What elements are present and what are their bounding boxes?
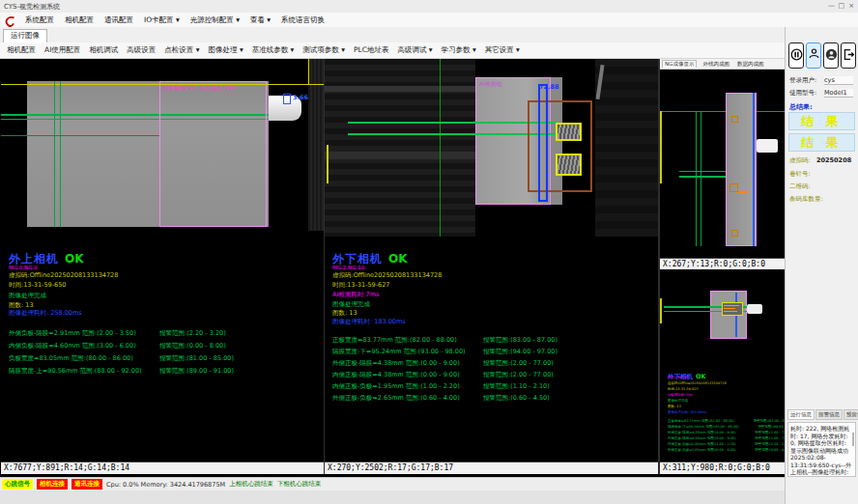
qr-label: 二维码:	[789, 182, 811, 191]
barcode-line: 虚拟码:Offline20250208133134728	[9, 271, 118, 280]
machinery-band	[325, 86, 475, 92]
elapsed-line: 图像处理耗时: 183.00ms	[332, 318, 406, 326]
measure-row: 隔膜宽度-下=95.24mm 范围:(93.00 - 98.00)报警范围:(9…	[332, 348, 642, 356]
middle-camera-view: AI检测框 72.88 外下相机OK MG:2,NG:10 虚拟码:Offlin…	[325, 59, 658, 462]
tool-baseline-params[interactable]: 基准线参数 ▾	[252, 45, 295, 55]
middle-camera-image[interactable]: AI检测框 72.88	[325, 59, 658, 237]
menu-system-config[interactable]: 系统配置	[25, 15, 54, 25]
minimize-icon[interactable]: —	[828, 2, 835, 10]
green-measure-line	[696, 111, 697, 246]
ng-view-tabs: NG成像显示 外线内成图 数据内成图	[660, 59, 785, 70]
log-scrollbar[interactable]	[852, 433, 854, 446]
measure-row: 外侧正极-负极=2.65mm 范围:(0.60 - 4.00)报警范围:(0.6…	[668, 448, 785, 453]
menu-comm-config[interactable]: 通讯配置	[104, 15, 133, 25]
measure-alarm: 报警范围:(1.10 - 2.10)	[483, 382, 550, 391]
time-line: 时间:13-31-59-650	[9, 281, 66, 290]
left-camera-image[interactable]: 轮廓阈值:93, 动态阈值:100 3.66	[1, 59, 324, 231]
ng-camera-image[interactable]	[660, 70, 785, 258]
heartbeat-status-badge: 心跳信号	[2, 479, 33, 490]
yellow-guide-line	[308, 59, 309, 84]
measure-main: 正极宽度=83.77mm 范围:(82.00 - 88.00)	[332, 336, 457, 344]
measure-alarm: 报警范围:(83.00 - 87.00)	[483, 336, 558, 345]
tool-advanced-settings[interactable]: 高级设置	[127, 45, 156, 55]
green-measure-line	[679, 176, 726, 178]
left-camera-view: 轮廓阈值:93, 动态阈值:100 3.66 外上相机OK MG:0,NG:0 …	[1, 59, 324, 462]
close-icon[interactable]: ×	[848, 2, 854, 10]
menu-io-config[interactable]: IO卡配置 ▾	[144, 15, 180, 25]
measure-row: 正极宽度=83.77mm 范围:(82.00 - 88.00)报警范围:(83.…	[332, 336, 642, 345]
measure-alarm: 报警范围:(0.60 - 4.50)	[483, 394, 550, 403]
measure-row: 外侧负极-隔膜=2.91mm 范围:(2.00 - 3.50)报警范围:(2.2…	[9, 329, 318, 338]
tool-ai-config[interactable]: AI使用配置	[44, 45, 80, 55]
tool-advanced-debug[interactable]: 高级调试 ▾	[397, 45, 432, 55]
measure-row: 内侧正极-负极=1.95mm 范围:(1.00 - 2.20)报警范围:(1.1…	[332, 382, 642, 391]
measure-main: 外侧负极-隔膜=2.91mm 范围:(2.00 - 3.50)	[9, 329, 136, 337]
tab-alarm-info[interactable]: 报警信息	[815, 409, 843, 420]
time-line: 时间:13-31-59-627	[668, 387, 699, 392]
menu-language-switch[interactable]: 系统语言切换	[281, 15, 325, 25]
cpu-memory-readout: Cpu: 0.0% Memory: 3424.41796875M	[106, 481, 225, 489]
tool-test-params[interactable]: 测试项参数 ▾	[302, 45, 345, 55]
green-measure-line	[660, 111, 785, 112]
menu-light-config[interactable]: 光源控制配置 ▾	[190, 15, 240, 25]
operator-button[interactable]	[823, 42, 839, 69]
barcode-line: 虚拟码:Offline20250208133134728	[668, 381, 727, 386]
measure-main: 正极宽度=83.77mm 范围:(82.00 - 88.00)	[668, 419, 734, 423]
model-label: 使用型号:	[789, 89, 816, 98]
roi-label: 轮廓阈值:93, 动态阈值:100	[160, 82, 266, 93]
measure-alarm: 报警范围:(81.00 - 85.00)	[159, 354, 234, 363]
green-measure-line	[1, 135, 159, 136]
exit-button[interactable]	[841, 42, 856, 69]
menu-view[interactable]: 查看 ▾	[250, 15, 271, 25]
detection-box-yellow	[556, 154, 582, 176]
total-result-label: 总结果:	[789, 102, 813, 112]
pause-button[interactable]	[788, 42, 804, 69]
camera-link-status-badge: 相机连接	[37, 479, 68, 490]
status-line: 图像处理完成	[9, 292, 46, 300]
login-user-value[interactable]: cys	[824, 76, 853, 85]
status-bar: 心跳信号 相机连接 通讯连接 Cpu: 0.0% Memory: 3424.41…	[0, 477, 785, 490]
result-subline: MG:2,NG:10	[668, 375, 688, 378]
mini-pixel-coords: X:311;Y:980;R:0;G:0;B:0	[660, 462, 785, 474]
orange-annotation	[724, 305, 739, 306]
measure-marker-box	[283, 94, 291, 104]
measure-main: 隔膜宽度-下=95.24mm 范围:(93.00 - 98.00)	[332, 348, 466, 355]
green-measure-line	[348, 122, 557, 124]
maximize-icon[interactable]: □	[838, 2, 844, 10]
barcode-lib-label: 条码库数量:	[789, 195, 823, 204]
detection-box-yellow	[556, 123, 582, 141]
tool-learning-params[interactable]: 学习参数 ▾	[442, 45, 476, 55]
measure-alarm: 报警范围:(2.00 - 77.00)	[755, 431, 785, 434]
pause-icon	[790, 46, 803, 65]
orange-annotation	[737, 189, 751, 190]
detection-box-orange	[731, 116, 738, 123]
tool-spot-check[interactable]: 点检设置 ▾	[164, 45, 199, 55]
ng-tab-outer[interactable]: 外线内成图	[701, 61, 731, 68]
detection-box-orange	[729, 183, 738, 192]
tab-run-image[interactable]: 运行图像	[3, 29, 47, 43]
info-tabs: 运行信息 报警信息 预留信息	[787, 409, 858, 420]
result-box-lower: 结 果	[788, 133, 855, 152]
user-filled-icon	[825, 46, 838, 65]
tool-camera-config[interactable]: 相机配置	[7, 45, 36, 55]
tool-plc-address[interactable]: PLC地址表	[354, 45, 388, 55]
login-user-button[interactable]	[806, 42, 821, 69]
orange-annotation	[724, 311, 737, 312]
ng-tab-display[interactable]: NG成像显示	[662, 60, 697, 68]
detection-box-orange	[731, 230, 738, 237]
model-value[interactable]: Model1	[824, 89, 853, 98]
measure-row: 负极宽度=83.05mm 范围:(80.00 - 86.00)报警范围:(81.…	[9, 354, 318, 363]
menu-camera-config[interactable]: 相机配置	[65, 15, 94, 25]
tab-reserved-info[interactable]: 预留信息	[844, 409, 858, 420]
tool-other-settings[interactable]: 其它设置 ▾	[485, 45, 520, 55]
run-log[interactable]: 耗时: 222, 网络检测耗时: 17, 网络分发耗时: 0, 网络提取分区耗时…	[787, 422, 856, 477]
tool-image-processing[interactable]: 图像处理 ▾	[209, 45, 243, 55]
measure-alarm: 报警范围:(89.00 - 91.00)	[159, 367, 234, 376]
mini-camera-view[interactable]: 外下相机OK MG:2,NG:10 虚拟码:Offline20250208133…	[660, 269, 785, 462]
measure-alarm: 报警范围:(1.10 - 2.10)	[755, 442, 785, 446]
tool-camera-debug[interactable]: 相机调试	[89, 45, 118, 55]
comm-link-status-badge: 通讯连接	[72, 479, 102, 490]
ng-tab-data[interactable]: 数据内成图	[735, 61, 766, 68]
tab-run-info[interactable]: 运行信息	[787, 409, 815, 420]
measure-row: 内侧负极-隔膜=4.60mm 范围:(3.00 - 6.00)报警范围:(0.0…	[9, 342, 318, 350]
